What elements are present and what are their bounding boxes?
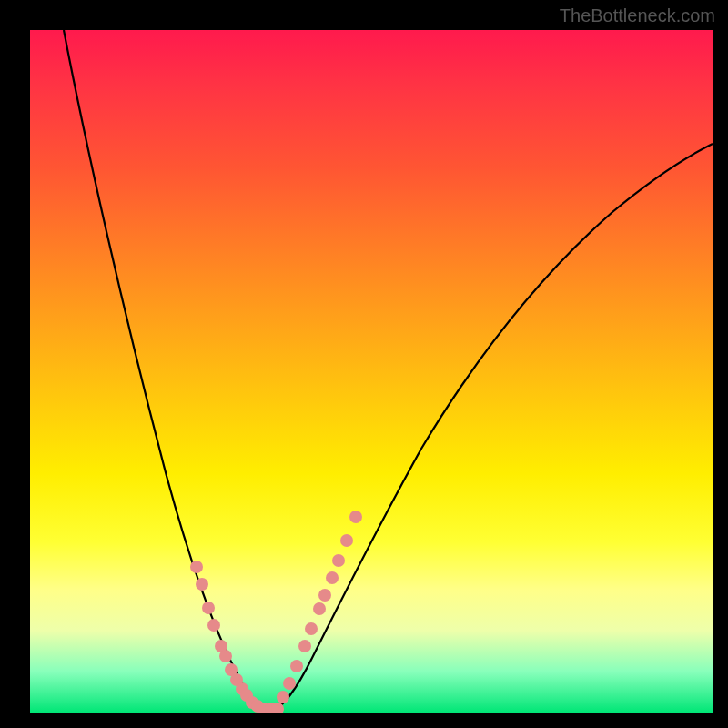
svg-point-17 [290, 660, 303, 672]
svg-point-25 [349, 511, 362, 523]
right-dots [277, 511, 362, 703]
svg-point-0 [190, 561, 203, 573]
svg-point-12 [258, 703, 270, 713]
svg-point-5 [219, 650, 232, 662]
svg-point-4 [215, 640, 228, 652]
left-curve [64, 30, 268, 711]
svg-point-10 [246, 696, 258, 709]
svg-point-11 [251, 700, 264, 713]
svg-point-19 [305, 622, 318, 635]
svg-point-2 [202, 602, 215, 614]
svg-point-3 [207, 619, 220, 632]
left-dots [190, 561, 284, 713]
plot-gradient-background [30, 30, 713, 713]
svg-point-16 [283, 677, 296, 690]
svg-point-6 [225, 663, 238, 676]
right-curve [268, 144, 713, 711]
svg-point-13 [265, 703, 278, 713]
svg-point-14 [271, 703, 284, 713]
svg-point-23 [332, 554, 345, 567]
svg-point-22 [326, 571, 339, 584]
watermark-text: TheBottleneck.com [560, 5, 715, 26]
svg-point-18 [298, 640, 311, 652]
svg-point-21 [318, 589, 331, 602]
svg-point-9 [240, 689, 253, 702]
svg-point-15 [277, 691, 289, 703]
svg-point-7 [230, 673, 243, 686]
svg-point-24 [340, 534, 353, 547]
svg-point-1 [196, 578, 208, 591]
chart-svg [30, 30, 713, 713]
svg-point-20 [313, 602, 326, 615]
svg-point-8 [236, 682, 248, 695]
